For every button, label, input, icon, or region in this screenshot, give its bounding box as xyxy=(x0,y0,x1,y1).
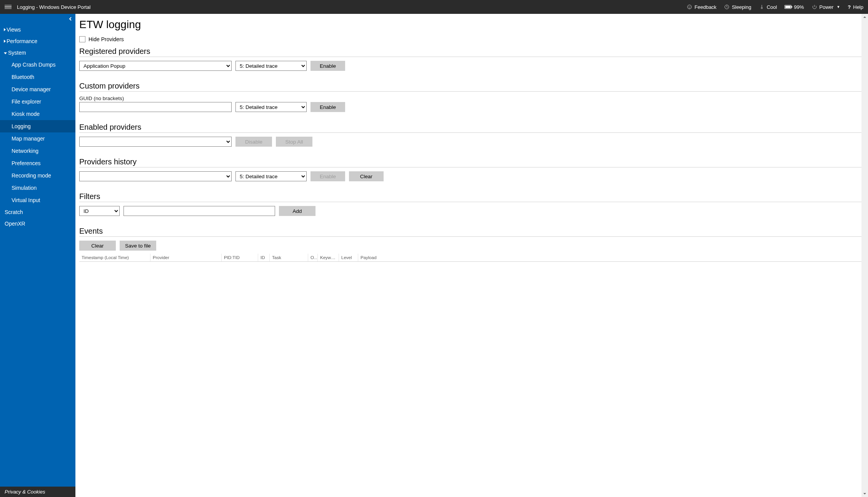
sidebar-item-label: System xyxy=(8,50,26,56)
window-title: Logging - Windows Device Portal xyxy=(17,4,90,10)
custom-enable-button[interactable]: Enable xyxy=(310,102,345,112)
sidebar-item-label: Preferences xyxy=(12,160,40,166)
help-button[interactable]: ? Help xyxy=(848,4,863,10)
sleep-label: Sleeping xyxy=(732,4,751,10)
registered-level-select[interactable]: 5: Detailed trace xyxy=(235,61,307,71)
registered-enable-button[interactable]: Enable xyxy=(310,61,345,71)
caret-down-icon xyxy=(4,52,7,54)
privacy-cookies-link[interactable]: Privacy & Cookies xyxy=(0,487,75,497)
sidebar-subitem-bluetooth[interactable]: Bluetooth xyxy=(0,71,75,83)
section-title-enabled: Enabled providers xyxy=(79,123,863,132)
vertical-scrollbar[interactable] xyxy=(861,14,868,497)
smiley-icon xyxy=(687,4,692,10)
events-clear-button[interactable]: Clear xyxy=(79,241,116,251)
chevron-left-icon xyxy=(68,17,72,21)
disable-button[interactable]: Disable xyxy=(235,137,272,147)
scroll-up-button[interactable] xyxy=(861,14,868,20)
sidebar-item-label: Bluetooth xyxy=(12,74,34,80)
sidebar-subitem-preferences[interactable]: Preferences xyxy=(0,157,75,169)
caret-right-icon xyxy=(4,28,6,31)
col-opcode[interactable]: O... xyxy=(308,254,318,261)
caret-right-icon xyxy=(4,40,6,43)
caret-down-icon xyxy=(863,492,866,495)
sidebar-item-performance[interactable]: Performance xyxy=(0,35,75,47)
battery-label: 99% xyxy=(794,4,804,10)
sidebar-item-label: Simulation xyxy=(12,185,37,191)
sidebar-item-scratch[interactable]: Scratch xyxy=(0,206,75,218)
sidebar-item-views[interactable]: Views xyxy=(0,24,75,35)
col-pidtid[interactable]: PID:TID xyxy=(222,254,258,261)
sidebar-subitem-recording-mode[interactable]: Recording mode xyxy=(0,169,75,182)
sidebar-item-openxr[interactable]: OpenXR xyxy=(0,218,75,229)
filter-value-input[interactable] xyxy=(124,206,275,216)
history-provider-select[interactable] xyxy=(79,171,232,181)
sidebar-item-label: App Crash Dumps xyxy=(12,62,55,68)
divider xyxy=(79,202,863,202)
col-level[interactable]: Level xyxy=(339,254,358,261)
section-title-events: Events xyxy=(79,227,863,236)
power-label: Power xyxy=(820,4,834,10)
sidebar-subitem-app-crash-dumps[interactable]: App Crash Dumps xyxy=(0,59,75,71)
hide-providers-checkbox[interactable] xyxy=(79,36,85,42)
topbar: Logging - Windows Device Portal Feedback… xyxy=(0,0,868,14)
events-save-button[interactable]: Save to file xyxy=(120,241,156,251)
divider xyxy=(79,236,863,237)
filter-add-button[interactable]: Add xyxy=(279,206,315,216)
sidebar-item-label: Recording mode xyxy=(12,172,51,179)
section-title-filters: Filters xyxy=(79,192,863,201)
sidebar-item-label: Logging xyxy=(12,123,31,129)
section-title-history: Providers history xyxy=(79,157,863,166)
sidebar-item-label: Virtual Input xyxy=(12,197,40,203)
page-title: ETW logging xyxy=(79,18,863,31)
chevron-down-icon: ▼ xyxy=(836,5,840,9)
help-label: Help xyxy=(853,4,863,10)
svg-point-4 xyxy=(761,7,763,9)
divider xyxy=(79,132,863,133)
custom-level-select[interactable]: 5: Detailed trace xyxy=(235,102,307,112)
sidebar-subitem-logging[interactable]: Logging xyxy=(0,120,75,132)
col-timestamp[interactable]: Timestamp (Local Time) xyxy=(79,254,150,261)
guid-label: GUID (no brackets) xyxy=(79,95,863,101)
sidebar-subitem-simulation[interactable]: Simulation xyxy=(0,182,75,194)
svg-point-1 xyxy=(689,7,689,7)
scroll-down-button[interactable] xyxy=(861,490,868,497)
sidebar-item-system[interactable]: System xyxy=(0,47,75,59)
history-level-select[interactable]: 5: Detailed trace xyxy=(235,171,307,181)
sidebar-subitem-networking[interactable]: Networking xyxy=(0,145,75,157)
history-clear-button[interactable]: Clear xyxy=(349,171,384,181)
power-menu[interactable]: Power ▼ xyxy=(812,4,840,10)
sidebar-subitem-device-manager[interactable]: Device manager xyxy=(0,83,75,95)
history-enable-button[interactable]: Enable xyxy=(310,171,345,181)
feedback-button[interactable]: Feedback xyxy=(687,4,716,10)
sidebar-subitem-kiosk-mode[interactable]: Kiosk mode xyxy=(0,108,75,120)
sleep-icon xyxy=(724,4,729,10)
sidebar-collapse-button[interactable] xyxy=(0,14,75,24)
enabled-provider-select[interactable] xyxy=(79,137,232,147)
filter-field-select[interactable]: ID xyxy=(79,206,120,216)
col-keyword[interactable]: Keyword xyxy=(318,254,339,261)
sidebar-subitem-map-manager[interactable]: Map manager xyxy=(0,132,75,145)
divider xyxy=(79,57,863,57)
svg-point-2 xyxy=(690,7,690,7)
registered-provider-select[interactable]: Application Popup xyxy=(79,61,232,71)
stop-all-button[interactable]: Stop All xyxy=(276,137,312,147)
sidebar-item-label: Device manager xyxy=(12,86,51,92)
power-icon xyxy=(812,4,817,10)
sidebar-item-label: File explorer xyxy=(12,99,41,105)
guid-input[interactable] xyxy=(79,102,232,112)
hamburger-icon[interactable] xyxy=(5,5,12,9)
events-table-header: Timestamp (Local Time) Provider PID:TID … xyxy=(79,254,863,262)
temp-status[interactable]: Cool xyxy=(759,4,777,10)
sidebar-subitem-virtual-input[interactable]: Virtual Input xyxy=(0,194,75,206)
caret-up-icon xyxy=(863,15,866,19)
sleep-status[interactable]: Sleeping xyxy=(724,4,751,10)
question-icon: ? xyxy=(848,4,851,10)
col-id[interactable]: ID xyxy=(258,254,270,261)
battery-status[interactable]: 99% xyxy=(785,4,804,10)
col-provider[interactable]: Provider xyxy=(150,254,222,261)
feedback-label: Feedback xyxy=(694,4,716,10)
sidebar-subitem-file-explorer[interactable]: File explorer xyxy=(0,95,75,108)
sidebar-item-label: Performance xyxy=(7,38,37,44)
col-payload[interactable]: Payload xyxy=(358,254,863,261)
col-task[interactable]: Task xyxy=(270,254,308,261)
